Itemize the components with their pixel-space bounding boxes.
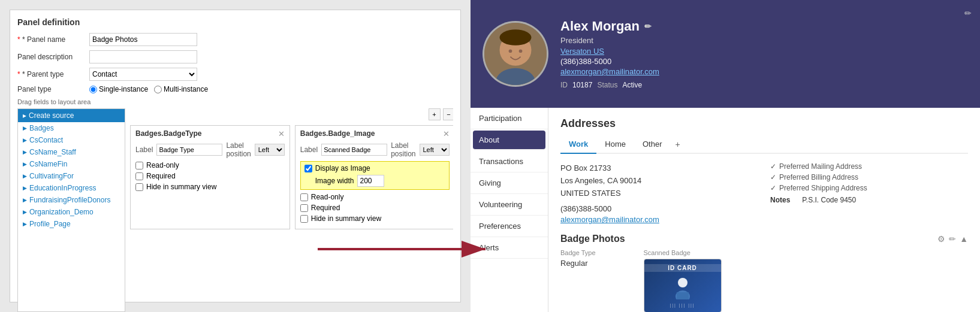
field1-title: Badges.BadgeType [135,129,201,138]
barcode: ||| ||| ||| [670,303,695,307]
panel-definition-title: Panel definition [17,17,453,27]
id-card-title: ID CARD [644,264,721,272]
profile-name-edit-icon[interactable]: ✏ [644,22,652,31]
image-width-label: Image width [315,177,354,185]
source-item-badges[interactable]: Badges [18,122,125,134]
nav-item-giving[interactable]: Giving [471,172,548,194]
main-content: Addresses Work Home Other + PO Box 21733… [548,108,980,312]
svg-point-7 [519,49,523,53]
source-item-education[interactable]: EducationInProgress [18,182,125,194]
nav-item-volunteering[interactable]: Volunteering [471,194,548,216]
field2-hide-summary-checkbox[interactable] [300,215,308,223]
addresses-title: Addresses [560,117,968,130]
parent-type-label: * Parent type [17,70,89,78]
field1-close-button[interactable]: ✕ [278,130,285,138]
address-tabs: Work Home Other + [560,136,968,154]
nav-item-transactions[interactable]: Transactions [471,151,548,172]
svg-point-6 [509,49,512,53]
badge-photos-title: Badge Photos [560,234,625,244]
badge-type-group: Badge Type Regular [560,249,596,268]
field2-title: Badges.Badge_Image [300,129,375,138]
parent-type-select[interactable]: Contact Organization Household [89,68,197,81]
source-item-cultivatingfor[interactable]: CultivatingFor [18,170,125,182]
gear-icon[interactable]: ⚙ [937,234,945,244]
field1-required-checkbox[interactable] [135,172,143,180]
field2-close-button[interactable]: ✕ [443,130,450,138]
profile-title: President [560,36,968,45]
notes-label: Notes [770,196,790,204]
source-item-csname-staff[interactable]: CsName_Staff [18,146,125,158]
profile-name-text: Alex Morgan [560,19,640,34]
field1-label-text: Label [135,146,153,154]
field2-label-input[interactable] [321,144,387,156]
field1-hide-summary-row: Hide in summary view [135,183,285,191]
preferred-mailing: Preferred Mailing Address [770,162,968,171]
profile-edit-top-icon[interactable]: ✏ [964,8,972,18]
source-item-fundraising[interactable]: FundraisingProfileDonors [18,194,125,206]
profile-email-link[interactable]: alexmorgan@mailinator.com [560,67,659,76]
single-instance-radio[interactable]: Single-instance [89,85,148,93]
svg-point-4 [500,29,532,45]
badge-row: Badge Type Regular Scanned Badge ID CARD [560,249,968,312]
source-item-profile-page[interactable]: Profile_Page [18,218,125,230]
address-tab-work[interactable]: Work [560,136,596,154]
id-card-figure [674,275,692,299]
panel-description-input[interactable] [89,50,197,63]
source-item-org-demo[interactable]: Organization_Demo [18,206,125,218]
address-tab-home[interactable]: Home [596,136,634,154]
nav-item-alerts[interactable]: Alerts [471,237,548,259]
field1-label-pos-select[interactable]: Left Right [255,144,285,156]
panel-name-input[interactable] [89,33,197,46]
field2-readonly-row: Read-only [300,193,450,201]
remove-column-button[interactable]: − [443,108,454,120]
profile-phone: (386)388-5000 [560,57,968,66]
content-area: Participation About Transactions Giving … [471,108,980,312]
field1-label-input[interactable] [156,144,222,156]
address-phone: (386)388-5000 [560,204,758,213]
profile-company-link[interactable]: Versaton US [560,47,604,56]
badge-type-value: Regular [560,259,596,268]
field2-required-checkbox[interactable] [300,204,308,212]
drag-label: Drag fields to layout area [17,98,453,105]
field2-readonly-checkbox[interactable] [300,193,308,201]
field2-hide-summary-row: Hide in summary view [300,214,450,223]
nav-item-preferences[interactable]: Preferences [471,216,548,237]
field2-label-pos-select[interactable]: Left Right [420,144,450,156]
display-as-image-checkbox[interactable] [304,165,312,172]
multi-instance-radio[interactable]: Multi-instance [154,85,208,93]
field2-label-text: Label [300,146,318,154]
add-column-button[interactable]: + [429,108,441,120]
field1-readonly-checkbox[interactable] [135,162,143,169]
image-width-input[interactable] [357,175,384,187]
panel-name-label: * Panel name [17,35,89,44]
profile-avatar [483,21,548,87]
scanned-badge-group: Scanned Badge ID CARD ||| ||| ||| [644,249,722,312]
right-panel: Alex Morgan ✏ President Versaton US (386… [471,0,980,312]
address-tab-add[interactable]: + [670,136,685,153]
scanned-badge-label: Scanned Badge [644,249,722,256]
nav-item-about[interactable]: About [473,131,545,150]
address-email-link[interactable]: alexmorgan@mailinator.com [560,215,659,224]
field1-label-pos-label: Label position [226,141,251,158]
badge-photos-actions: ⚙ ✏ ▲ [937,234,968,244]
collapse-icon[interactable]: ▲ [960,234,968,244]
status-value: Active [622,81,642,89]
address-tab-other[interactable]: Other [634,136,671,154]
address-body: PO Box 21733 Los Angeles, CA 90014 UNITE… [560,162,968,224]
profile-header: Alex Morgan ✏ President Versaton US (386… [471,0,980,108]
nav-item-participation[interactable]: Participation [471,108,548,129]
field1-hide-summary-checkbox[interactable] [135,183,143,191]
field-card-badge-image: Badges.Badge_Image ✕ Label Label positio… [295,125,453,229]
badge-photos-section: Badge Photos ⚙ ✏ ▲ Badge Type Regular Sc… [560,234,968,312]
create-source-header[interactable]: ▸ Create source [18,109,125,122]
id-card: ID CARD ||| ||| ||| [644,259,722,312]
address-line3: UNITED STATES [560,187,758,200]
field1-readonly-row: Read-only [135,161,285,169]
edit-icon[interactable]: ✏ [949,234,956,244]
source-item-csnamefin[interactable]: CsNameFin [18,158,125,170]
profile-info: Alex Morgan ✏ President Versaton US (386… [560,19,968,89]
id-value: 10187 [572,81,592,89]
source-item-cscontact[interactable]: CsContact [18,134,125,146]
sidebar-nav: Participation About Transactions Giving … [471,108,548,312]
preferred-shipping: Preferred Shipping Address [770,184,968,192]
